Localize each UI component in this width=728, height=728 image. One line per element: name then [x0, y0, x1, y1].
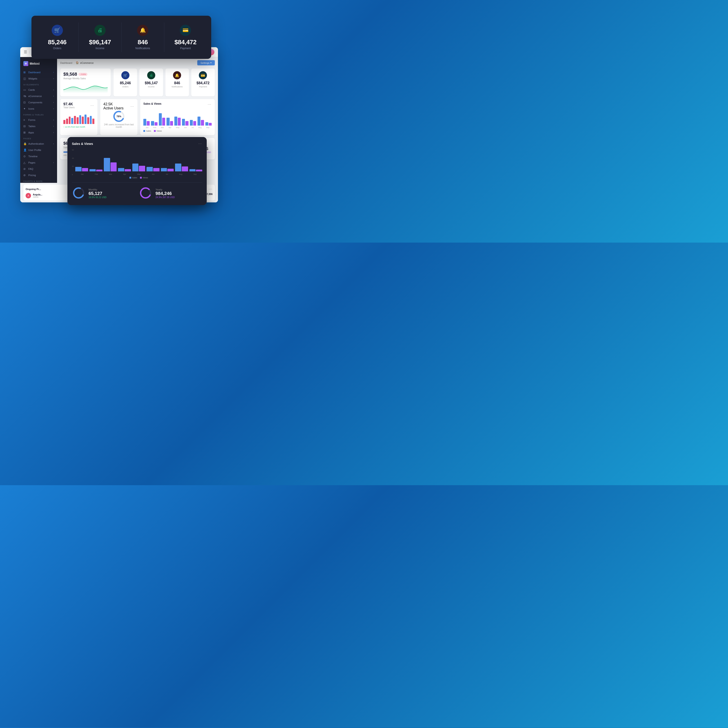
dark-bar-group-Mar	[104, 158, 116, 171]
dark-metric-row: Monthly 65,127 16.5% 55.21 USD Yearl	[72, 182, 202, 200]
user-bar-10	[90, 116, 92, 124]
sales-bar-6	[190, 120, 193, 125]
sidebar-item-cards[interactable]: ▭ Cards ‹	[20, 87, 57, 93]
dark-legend-sales-label: Sales	[132, 177, 137, 179]
sales-bar-2	[159, 113, 162, 125]
sidebar-label-components: Components	[28, 101, 42, 104]
users-trend: ↑ 12.5% from last month	[63, 126, 94, 128]
sales-bar-0	[143, 119, 146, 125]
chart-label-Feb: Feb	[153, 127, 156, 128]
sidebar-item-icons[interactable]: ✦ Icons ‹	[20, 106, 57, 112]
stat-small-notifications-icon: 🔔	[173, 71, 181, 79]
stat-notifications: 🔔 846 Notifications	[121, 23, 164, 52]
dark-legend-views-label: Views	[143, 177, 148, 179]
dark-views-bar-4	[139, 166, 145, 171]
stat-orders: 🛒 85,246 Orders	[36, 23, 79, 52]
icons-icon: ✦	[23, 107, 26, 110]
stat-small-notifications: 🔔 846 Notifications	[166, 69, 189, 96]
breadcrumb-home: Dashboard	[60, 61, 72, 64]
dark-monthly-trend: 16.5% 55.21 USD	[89, 196, 106, 199]
dashboard-arrow: ‹	[53, 71, 54, 73]
dark-yearly-value: 984,246	[155, 191, 175, 196]
total-users-card: 97.4K Total Users ⋯ ↑ 12.5% from last mo…	[60, 99, 98, 135]
transactions-menu[interactable]: ⋯	[208, 187, 213, 191]
y-axis: 60 40 20 0	[72, 149, 74, 179]
settings-chevron-icon: ▾	[210, 61, 212, 64]
user-bar-2	[69, 116, 71, 124]
bar-group-Apr	[167, 118, 173, 125]
timeline-icon: ⊙	[23, 155, 26, 158]
sidebar-item-pricing[interactable]: ⊘ Pricing	[20, 172, 57, 178]
dark-chart-legend: Sales Views	[75, 177, 202, 179]
sidebar-item-timeline[interactable]: ⊙ Timeline	[20, 153, 57, 159]
sidebar: M Metoxi ⊞ Dashboard ‹ ◫ Widgets ‹ UI EL…	[20, 57, 57, 183]
sidebar-item-ecommerce[interactable]: 🛍 eCommerce ‹	[20, 93, 57, 99]
users-menu[interactable]: ⋯	[90, 103, 94, 108]
sidebar-item-widgets[interactable]: ◫ Widgets ‹	[20, 75, 57, 82]
active-users-value: 42.5K	[103, 102, 124, 106]
settings-button[interactable]: Settings ▾	[197, 60, 215, 65]
dark-chart-menu[interactable]: ⋯	[198, 142, 202, 146]
views-bar-3	[170, 121, 173, 125]
stat-payment: 💳 $84,472 Payment	[164, 23, 207, 52]
forms-icon: ≡	[23, 118, 26, 121]
icons-arrow: ‹	[53, 108, 54, 110]
notifications-label: Notifications	[135, 47, 150, 50]
breadcrumb-current: eCommerce	[80, 61, 94, 64]
sidebar-label-cards: Cards	[28, 89, 35, 91]
sidebar-item-userprofile[interactable]: 👤 User Profile	[20, 147, 57, 153]
views-bar-8	[209, 123, 212, 125]
chart-label-Aug: Aug	[198, 127, 202, 128]
dark-sales-bar-3	[118, 168, 124, 171]
auth-arrow: ‹	[53, 143, 54, 145]
sidebar-item-forms[interactable]: ≡ Forms ‹	[20, 117, 57, 123]
dark-monthly-sub: 55.21 USD	[95, 196, 106, 199]
notifications-icon: 🔔	[137, 25, 148, 36]
sidebar-label-pages: Pages	[28, 161, 35, 164]
dark-legend-views-dot	[140, 177, 142, 179]
stat-income: 🖨 $96,147 Income	[79, 23, 121, 52]
mini-chart	[63, 82, 107, 93]
forms-arrow: ‹	[53, 119, 54, 121]
sidebar-label-profile: User Profile	[28, 149, 41, 151]
bar-group-Mar	[159, 113, 165, 125]
sidebar-item-components[interactable]: ⊡ Components ‹	[20, 99, 57, 106]
sidebar-item-apps[interactable]: ⊞ Apps ‹	[20, 129, 57, 136]
sidebar-item-pages[interactable]: △ Pages ‹	[20, 159, 57, 166]
sales-bar-3	[167, 118, 169, 125]
breadcrumb-separator: |	[74, 61, 74, 64]
sidebar-label-pricing: Pricing	[28, 174, 36, 177]
legend-views: Views	[154, 130, 162, 132]
payment-icon: 💳	[180, 25, 191, 36]
dark-monthly-value: 65,127	[89, 191, 106, 196]
dark-bar-group-Jul	[161, 168, 174, 171]
active-users-card: 42.5K Active Users ⋯ 78% 24K users	[100, 99, 138, 135]
stat-small-orders-value: 85,246	[120, 81, 131, 85]
sidebar-item-authentication[interactable]: 🔒 Authentication ‹	[20, 141, 57, 147]
notifications-value: 846	[138, 39, 148, 46]
hamburger-icon[interactable]: ☰	[24, 50, 27, 54]
pages-arrow: ‹	[53, 162, 54, 164]
views-bar-7	[201, 120, 204, 125]
chart-label-Jul: Jul	[192, 127, 194, 128]
chart-menu[interactable]: ⋯	[208, 102, 212, 108]
active-users-header: 42.5K Active Users ⋯	[103, 102, 134, 110]
sidebar-item-tables[interactable]: ⊟ Tables ‹	[20, 123, 57, 129]
legend-sales-dot	[143, 130, 145, 132]
pages-icon: △	[23, 161, 26, 164]
chart-label-Jan: Jan	[146, 127, 149, 128]
project-avatar: A	[26, 193, 31, 198]
project-info: Angula... Admin	[33, 193, 42, 198]
sidebar-item-dashboard[interactable]: ⊞ Dashboard ‹	[20, 69, 57, 75]
bar-group-May	[174, 116, 181, 125]
dark-sales-bar-7	[175, 164, 181, 171]
payment-label: Payment	[180, 47, 191, 50]
active-users-menu[interactable]: ⋯	[130, 104, 134, 109]
user-bar-7	[82, 116, 84, 124]
sidebar-item-faq[interactable]: ⊘ FAQ	[20, 166, 57, 172]
dark-monthly-donut	[72, 186, 85, 200]
chart-labels: JanFebMarAprMayJunJulAugSep	[143, 127, 212, 128]
dark-monthly-label: Monthly	[89, 188, 106, 191]
section-charts-maps: CHARTS & MAPS	[20, 178, 57, 183]
section-forms-tables: FORMS & TABLES	[20, 112, 57, 117]
